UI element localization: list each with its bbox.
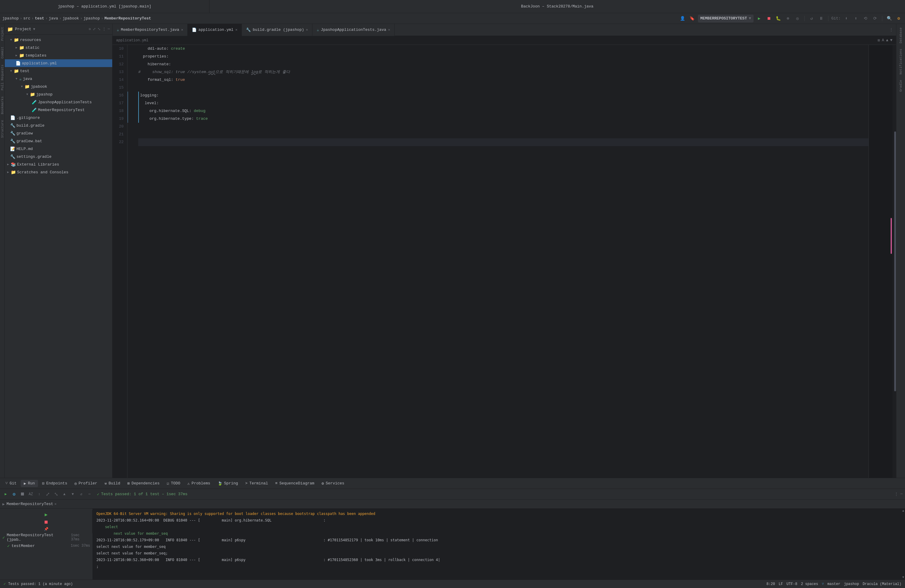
font-size-icon[interactable]: A	[882, 38, 884, 43]
breadcrumb-item-jpabook[interactable]: jpabook	[62, 16, 79, 21]
rerun-button-2[interactable]: ↺	[78, 491, 84, 497]
run-button[interactable]: ▶	[755, 15, 763, 22]
stop-button[interactable]: ⏹	[765, 15, 773, 22]
sidebar-bookmarks-icon[interactable]: Bookmarks	[0, 94, 5, 117]
run-minimize-icon[interactable]: —	[900, 492, 903, 496]
tree-item-scratches[interactable]: ▶ 📁 Scratches and Consoles	[5, 168, 112, 176]
status-encoding[interactable]: UTF-8	[786, 582, 797, 586]
collapse-all-button[interactable]: ⤡	[53, 491, 59, 497]
bottom-tab-profiler[interactable]: ◎ Profiler	[71, 480, 100, 487]
rerun-icon[interactable]: ▶	[44, 512, 48, 518]
database-panel-toggle[interactable]: Database	[899, 25, 903, 46]
git-pull-button[interactable]: ⬇	[843, 15, 850, 22]
tree-item-templates[interactable]: ▶ 📁 templates	[5, 51, 112, 59]
close-tab-application-yml[interactable]: ✕	[235, 27, 237, 32]
bottom-tab-terminal[interactable]: > Terminal	[242, 480, 271, 487]
profile-button[interactable]: ◎	[794, 15, 802, 22]
next-error-button[interactable]: ▼	[70, 491, 76, 497]
close-tab-build-gradle[interactable]: ✕	[306, 27, 308, 32]
tree-item-java[interactable]: ▼ ☕ java	[5, 75, 112, 83]
editor-scrollbar[interactable]	[892, 45, 896, 478]
code-content[interactable]: ddl-auto: create properties: hibernate: …	[133, 45, 868, 478]
git-history-button[interactable]: ⟳	[871, 15, 879, 22]
search-button[interactable]: 🔍	[885, 15, 893, 22]
tree-item-resources[interactable]: ▼ 📁 resources	[5, 36, 112, 44]
tree-item-gradlew-bat[interactable]: 🔧 gradlew.bat	[5, 137, 112, 145]
test-item-member-repo-test[interactable]: ✓ MemberRepositoryTest (jpab… 1sec 37ms	[0, 533, 92, 542]
gradle-panel-toggle[interactable]: Gradle	[899, 78, 903, 94]
tree-item-build-gradle[interactable]: 🔧 build.gradle	[5, 122, 112, 129]
bottom-tab-git[interactable]: ⑂ Git	[2, 480, 19, 487]
bottom-tab-spring[interactable]: 🍃 Spring	[214, 480, 241, 487]
expand-icon[interactable]: ⤢	[93, 27, 96, 32]
breadcrumb-item-member-repo-test[interactable]: MemberRepositoryTest	[105, 16, 151, 21]
git-push-button[interactable]: ⬆	[852, 15, 860, 22]
run-play-button[interactable]: ▶	[2, 491, 9, 497]
close-tab-member-repo-test[interactable]: ✕	[181, 27, 183, 32]
rerun-failed-button[interactable]: ⊙	[11, 491, 17, 497]
status-branch[interactable]: master	[827, 582, 840, 586]
test-item-test-member[interactable]: ✓ testMember 1sec 37ms	[0, 542, 92, 550]
bottom-tab-problems[interactable]: ⚠ Problems	[184, 480, 213, 487]
tree-item-gradlew[interactable]: 🔧 gradlew	[5, 129, 112, 137]
bottom-tab-services[interactable]: ⚙ Services	[318, 480, 347, 487]
tree-item-jpashop-test[interactable]: ▼ 📁 jpashop	[5, 91, 112, 98]
sidebar-structure-icon[interactable]: Structure	[0, 117, 5, 141]
minimap[interactable]	[868, 45, 892, 478]
tree-item-help-md[interactable]: 📝 HELP.md	[5, 145, 112, 153]
debug-button[interactable]: 🐛	[775, 15, 782, 22]
breadcrumb-item-test[interactable]: test	[35, 16, 44, 21]
close-icon[interactable]: —	[108, 27, 110, 32]
collapse-icon[interactable]: ⤡	[98, 27, 100, 32]
sort-icon[interactable]: ↕	[36, 491, 43, 497]
tree-item-jpashop-app-tests[interactable]: 🧪 JpashopApplicationTests	[5, 98, 112, 106]
tree-item-gitignore[interactable]: 📄 .gitignore	[5, 114, 112, 122]
breadcrumb-item-jpashop[interactable]: jpashop	[2, 16, 19, 21]
rerun-button[interactable]: ↺	[808, 15, 816, 22]
breadcrumb-item-jpashop[interactable]: jpashop	[84, 16, 100, 21]
tree-item-application-yml[interactable]: 📄 application.yml	[5, 59, 112, 67]
coverage-button[interactable]: ⊕	[784, 15, 792, 22]
run-config-selector[interactable]: MEMBERREPOSITORYTEST ▼	[698, 15, 754, 22]
git-update-button[interactable]: ⟲	[862, 15, 869, 22]
prev-error-button[interactable]: ▲	[61, 491, 68, 497]
sidebar-commit-icon[interactable]: Commit	[0, 44, 5, 62]
sort-az-button[interactable]: AZ	[27, 491, 34, 497]
tab-jpashop-app-tests[interactable]: ☕ JpashopApplicationTests.java ✕	[313, 24, 395, 36]
tab-member-repo-test[interactable]: ☕ MemberRepositoryTest.java ✕	[113, 24, 187, 36]
tree-item-settings-gradle[interactable]: 🔧 settings.gradle	[5, 153, 112, 161]
tree-item-test[interactable]: ▼ 📁 test	[5, 67, 112, 75]
scroll-bottom-icon[interactable]: ▼	[902, 576, 904, 579]
scroll-down-icon[interactable]: ▼	[890, 38, 892, 43]
vcs-icon[interactable]: 👤	[679, 15, 686, 22]
scroll-up-icon[interactable]: ▲	[886, 38, 888, 43]
gutter-icon[interactable]: ⊞	[878, 38, 880, 43]
run-more-icon[interactable]: ⋮	[894, 492, 898, 496]
settings-button[interactable]: ⚙	[895, 15, 903, 22]
sidebar-pullreq-icon[interactable]: Pull Requests	[0, 62, 5, 94]
pin-icon[interactable]: 📌	[44, 527, 49, 531]
tree-item-member-repo-test[interactable]: 🧪 MemberRepositoryTest	[5, 106, 112, 114]
locate-icon[interactable]: ⊙	[89, 27, 91, 32]
bottom-tab-dependencies[interactable]: ⊞ Dependencies	[124, 480, 162, 487]
bookmark-icon[interactable]: 🔖	[688, 15, 696, 22]
code-editor[interactable]: 10 11 12 13 14 15 16 17 18 19 20 21 22	[113, 45, 896, 478]
stop-run-button[interactable]: ⏹	[19, 491, 26, 497]
bottom-tab-sequence[interactable]: ≡ SequenceDiagram	[272, 480, 318, 487]
breadcrumb-item-java[interactable]: java	[49, 16, 58, 21]
tree-item-jpabook[interactable]: ▼ 📁 jpabook	[5, 83, 112, 91]
breadcrumb-item-src[interactable]: src	[23, 16, 30, 21]
expand-all-button[interactable]: ⤢	[44, 491, 51, 497]
notifications-panel-toggle[interactable]: Notifications	[899, 46, 903, 77]
bottom-tab-todo[interactable]: ☑ TODO	[164, 480, 183, 487]
close-run-tab-icon[interactable]: ✕	[54, 502, 57, 506]
bottom-tab-run[interactable]: ▶ Run	[21, 480, 38, 487]
stop-icon-left[interactable]: ⏹	[44, 520, 49, 525]
tree-item-static[interactable]: ▶ 📁 static	[5, 44, 112, 51]
close-tab-jpashop-tests[interactable]: ✕	[388, 27, 390, 32]
status-lf[interactable]: LF	[779, 582, 783, 586]
sidebar-project-icon[interactable]: Project	[0, 24, 5, 44]
tree-item-external-libs[interactable]: ▶ 📚 External Libraries	[5, 161, 112, 168]
more-icon[interactable]: ⋮	[102, 27, 106, 32]
bottom-tab-build[interactable]: ⚒ Build	[102, 480, 123, 487]
